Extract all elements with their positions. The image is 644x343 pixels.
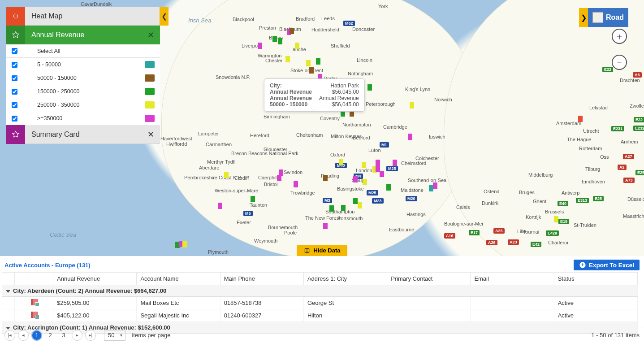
data-blip[interactable]: [433, 182, 437, 189]
close-icon[interactable]: ✕: [146, 30, 156, 40]
data-blip[interactable]: [290, 28, 294, 34]
data-blip[interactable]: [367, 84, 372, 91]
star-icon: [6, 26, 25, 44]
column-header[interactable]: Annual Revenue: [53, 273, 137, 285]
column-header[interactable]: Email: [471, 273, 554, 285]
data-blip[interactable]: [251, 196, 255, 202]
data-blip[interactable]: [323, 223, 328, 229]
data-blip[interactable]: [341, 205, 346, 211]
table-row[interactable]: $405,122.00Segall Majestic Inc01240-6003…: [2, 309, 638, 322]
export-excel-button[interactable]: Export To Excel: [574, 260, 640, 270]
pager-page-2[interactable]: 2: [45, 330, 56, 341]
data-blip[interactable]: [309, 67, 314, 74]
panel-annual-revenue[interactable]: Annual Revenue ✕: [6, 26, 160, 44]
legend-swatch: [145, 101, 155, 109]
zoom-in-button[interactable]: ＋: [612, 29, 627, 44]
legend-range-1[interactable]: 50000 - 150000: [6, 71, 160, 85]
legend-label: 5 - 50000: [32, 61, 145, 68]
data-blip[interactable]: [339, 159, 343, 165]
column-header[interactable]: Primary Contact: [387, 273, 471, 285]
panel-summary-card[interactable]: Summary Card ✕: [6, 125, 160, 144]
zoom-out-button[interactable]: －: [612, 55, 627, 70]
data-blip[interactable]: [380, 171, 384, 177]
group-header-row[interactable]: City: Aberdeen (Count: 2) Annual Revenue…: [2, 285, 638, 297]
record-icon: [31, 312, 38, 318]
road-shield: M25: [386, 166, 398, 171]
legend-range-2[interactable]: 150000 - 250000: [6, 85, 160, 98]
data-blip[interactable]: [429, 185, 433, 191]
legend-range-4[interactable]: >=350000: [6, 112, 160, 125]
data-blip[interactable]: [272, 36, 277, 42]
road-label: Road: [606, 13, 624, 22]
data-blip[interactable]: [285, 56, 290, 62]
data-blip[interactable]: [376, 160, 380, 172]
map-thumb-icon: [592, 12, 603, 23]
data-blip[interactable]: [393, 160, 397, 166]
data-blip[interactable]: [363, 179, 367, 185]
pager-summary: 1 - 50 of 131 items: [591, 332, 640, 339]
pager-first[interactable]: |◂: [4, 330, 15, 341]
road-shield: A23: [508, 239, 519, 245]
data-blip[interactable]: [316, 58, 320, 65]
data-blip[interactable]: [329, 205, 334, 212]
road-shield: E42: [531, 242, 541, 247]
chevron-right-icon[interactable]: ❯: [579, 8, 588, 27]
landmass-uk: [161, 0, 475, 260]
data-blip[interactable]: [353, 198, 358, 204]
data-blip[interactable]: [408, 134, 412, 140]
grid-title[interactable]: Active Accounts - Europe (131): [4, 262, 91, 269]
data-blip[interactable]: [277, 175, 281, 181]
data-blip[interactable]: [224, 172, 229, 178]
legend-checkbox[interactable]: [12, 62, 17, 68]
road-shield: A2: [618, 165, 627, 170]
data-blip[interactable]: [306, 60, 311, 66]
city-label: Plymouth: [208, 249, 229, 255]
data-blip[interactable]: [295, 43, 299, 49]
map-type-road-button[interactable]: Road: [588, 8, 628, 27]
column-header[interactable]: Status: [554, 273, 637, 285]
legend-label: 250000 - 350000: [32, 102, 145, 108]
data-blip[interactable]: [278, 38, 282, 44]
road-shield: E22: [634, 117, 644, 122]
ipp-label: items per page: [132, 332, 170, 339]
column-header[interactable]: Address 1: City: [303, 273, 387, 285]
road-shield: A16: [444, 233, 455, 239]
legend-range-0[interactable]: 5 - 50000: [6, 58, 160, 71]
column-header[interactable]: Main Phone: [220, 273, 303, 285]
select-all-checkbox[interactable]: [12, 48, 17, 54]
legend-range-3[interactable]: 250000 - 350000: [6, 98, 160, 112]
data-blip[interactable]: [362, 162, 366, 168]
legend-checkbox[interactable]: [12, 89, 17, 95]
data-blip[interactable]: [358, 202, 362, 208]
data-blip[interactable]: [578, 116, 583, 122]
legend-checkbox[interactable]: [12, 116, 17, 122]
table-row[interactable]: $259,505.00Mail Boxes Etc01857-518738Geo…: [2, 297, 638, 309]
items-per-page-select[interactable]: 50: [104, 330, 125, 341]
pager-prev[interactable]: ◂: [18, 330, 29, 341]
pager-page-3[interactable]: 3: [58, 330, 69, 341]
data-blip[interactable]: [386, 184, 391, 191]
pager-next[interactable]: ▸: [72, 330, 82, 341]
pager-last[interactable]: ▸|: [85, 330, 96, 341]
data-blip[interactable]: [323, 175, 328, 181]
legend-select-all[interactable]: Select All: [6, 44, 160, 58]
list-icon: [304, 247, 310, 254]
panel-heat-map[interactable]: Heat Map: [6, 7, 160, 26]
map-canvas[interactable]: Irish Sea Celtic Sea YorkDundalkCavanBla…: [0, 0, 644, 256]
hide-data-toggle[interactable]: Hide Data: [297, 245, 348, 256]
legend-checkbox[interactable]: [12, 102, 17, 108]
sidebar-collapse-toggle[interactable]: ❮: [160, 7, 169, 26]
road-shield: E232: [633, 126, 644, 131]
data-blip[interactable]: [353, 176, 358, 182]
data-blip[interactable]: [294, 181, 298, 187]
data-blip[interactable]: [182, 241, 187, 247]
pager-page-1[interactable]: 1: [31, 330, 42, 341]
column-header[interactable]: Account Name: [137, 273, 220, 285]
data-blip[interactable]: [410, 102, 414, 109]
data-blip[interactable]: [554, 216, 558, 222]
data-blip[interactable]: [218, 203, 222, 209]
data-blip[interactable]: [258, 43, 262, 49]
sea-label-celtic: Celtic Sea: [50, 231, 76, 238]
legend-checkbox[interactable]: [12, 75, 17, 81]
close-icon[interactable]: ✕: [146, 130, 156, 139]
